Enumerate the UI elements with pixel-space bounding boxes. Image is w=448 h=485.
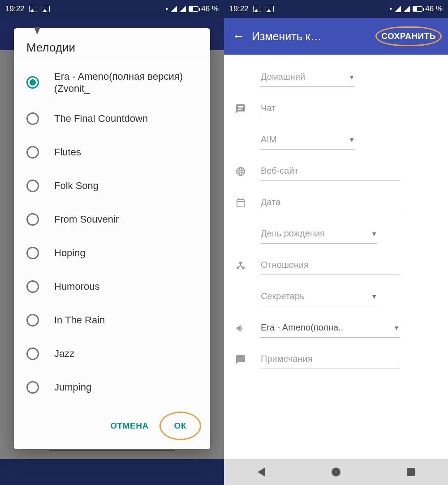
ringtone-label: Jazz	[54, 348, 74, 360]
radio-icon	[26, 314, 39, 326]
dot-icon: •	[389, 4, 392, 13]
field-value: Секретарь	[261, 291, 305, 301]
cancel-button[interactable]: ОТМЕНА	[103, 412, 155, 440]
save-button[interactable]: СОХРАНИТЬ	[381, 31, 436, 41]
ringtone-label: Hoping	[54, 247, 86, 259]
ringtone-label: Folk Song	[54, 180, 99, 192]
dialog-actions: ОТМЕНА ОК	[14, 404, 210, 449]
picture-icon	[42, 6, 50, 12]
field-placeholder: Чат	[261, 103, 276, 113]
ringtone-option[interactable]: Flutes	[14, 136, 210, 169]
nav-home-button[interactable]	[323, 463, 349, 481]
battery-icon	[413, 6, 422, 12]
back-arrow-icon[interactable]: ←	[230, 29, 246, 43]
radio-icon	[26, 247, 39, 259]
ringtone-option[interactable]: Jumping	[14, 371, 210, 404]
relation-field[interactable]: Отношения	[261, 256, 400, 275]
battery-percent: 46 %	[425, 4, 443, 13]
ringtone-dropdown[interactable]: Era - Ameno(полна.. ▼	[261, 319, 400, 338]
appbar-title: Изменить к…	[252, 30, 370, 43]
chat-type-dropdown[interactable]: AIM ▼	[261, 131, 355, 150]
field-value: День рождения	[261, 228, 325, 239]
phone-right: 19:22 • 46 % ← Изменить к… СОХРАНИТЬ Дом…	[224, 0, 448, 485]
field-placeholder: Дата	[261, 197, 280, 207]
battery-percent: 46 %	[201, 4, 219, 13]
radio-icon	[26, 280, 39, 293]
website-field[interactable]: Веб-сайт	[261, 162, 400, 181]
navigation-bar	[224, 459, 448, 485]
svg-point-1	[237, 266, 239, 269]
svg-point-0	[239, 262, 242, 264]
status-time: 19:22	[229, 4, 249, 13]
field-value: Era - Ameno(полна..	[261, 322, 343, 333]
chevron-down-icon: ▼	[371, 230, 377, 237]
status-bar: 19:22 • 46 %	[224, 0, 448, 18]
chevron-down-icon: ▼	[349, 73, 355, 81]
notes-field[interactable]: Примечания	[261, 350, 400, 369]
notes-icon	[233, 354, 248, 365]
radio-icon	[26, 348, 39, 360]
dot-icon: •	[165, 4, 168, 13]
battery-icon	[189, 6, 198, 12]
ok-highlight: ОК	[159, 412, 201, 440]
ringtone-label: From Souvenir	[54, 213, 119, 226]
dialog-title: Мелодии	[14, 28, 210, 63]
dialog-overlay: Мелодии Era - Ameno(полная версия) (Zvon…	[0, 18, 224, 459]
calendar-icon	[233, 197, 248, 208]
relation-type-dropdown[interactable]: Секретарь ▼	[261, 288, 377, 306]
ringtone-option[interactable]: From Souvenir	[14, 203, 210, 236]
field-value: AIM	[261, 134, 277, 145]
ringtone-dialog: Мелодии Era - Ameno(полная версия) (Zvon…	[14, 28, 210, 449]
ringtone-label: Jumping	[54, 381, 91, 394]
nav-back-button[interactable]	[248, 463, 275, 481]
chat-icon	[233, 103, 248, 114]
radio-icon	[26, 112, 39, 125]
ringtone-label: Era - Ameno(полная версия) (Zvonit_	[54, 70, 198, 95]
chevron-down-icon: ▼	[349, 136, 355, 143]
chevron-down-icon: ▼	[393, 324, 400, 331]
field-placeholder: Веб-сайт	[261, 166, 298, 176]
edit-contact-form[interactable]: Домашний ▼ Чат AIM ▼ Веб-сайт	[224, 55, 448, 459]
home-type-dropdown[interactable]: Домашний ▼	[261, 68, 355, 87]
ringtone-option[interactable]: The Final Countdown	[14, 102, 210, 136]
app-bar: ← Изменить к… СОХРАНИТЬ	[224, 18, 448, 55]
ringtone-option[interactable]: In The Rain	[14, 304, 210, 337]
radio-icon	[26, 146, 39, 159]
date-field[interactable]: Дата	[261, 193, 400, 212]
signal-icon	[395, 6, 401, 12]
signal-icon	[171, 6, 177, 12]
ringtone-option[interactable]: Jazz	[14, 337, 210, 371]
ok-button[interactable]: ОК	[167, 416, 194, 435]
signal-icon	[180, 6, 186, 12]
nav-recent-button[interactable]	[397, 463, 424, 481]
ringtone-option[interactable]: Hoping	[14, 236, 210, 270]
ringtone-label: In The Rain	[54, 314, 105, 326]
ringtone-list[interactable]: Era - Ameno(полная версия) (Zvonit_The F…	[14, 63, 210, 404]
radio-icon	[26, 213, 39, 226]
ringtone-label: Humorous	[54, 280, 99, 293]
ringtone-option[interactable]: Humorous	[14, 270, 210, 304]
save-highlight: СОХРАНИТЬ	[375, 26, 442, 46]
svg-point-2	[242, 266, 245, 269]
radio-icon	[26, 76, 39, 89]
phone-left: 19:22 • 46 % Мелодии Era - Ameno(полная …	[0, 0, 224, 485]
field-placeholder: Отношения	[261, 260, 309, 270]
chat-field[interactable]: Чат	[261, 99, 400, 118]
status-bar: 19:22 • 46 %	[0, 0, 224, 18]
ringtone-label: The Final Countdown	[54, 112, 148, 125]
radio-icon	[26, 180, 39, 192]
relation-icon	[233, 260, 248, 271]
chevron-down-icon: ▼	[371, 293, 377, 300]
date-type-dropdown[interactable]: День рождения ▼	[261, 225, 377, 244]
ringtone-option[interactable]: Folk Song	[14, 169, 210, 203]
signal-icon	[404, 6, 410, 12]
field-value: Домашний	[261, 72, 305, 82]
ringtone-option[interactable]: Era - Ameno(полная версия) (Zvonit_	[14, 63, 210, 102]
ringtone-label: Flutes	[54, 146, 81, 159]
radio-icon	[26, 381, 39, 394]
picture-icon	[266, 6, 274, 12]
globe-icon	[233, 166, 248, 177]
picture-icon	[29, 6, 37, 12]
speaker-icon	[233, 323, 248, 334]
field-placeholder: Примечания	[261, 354, 312, 364]
